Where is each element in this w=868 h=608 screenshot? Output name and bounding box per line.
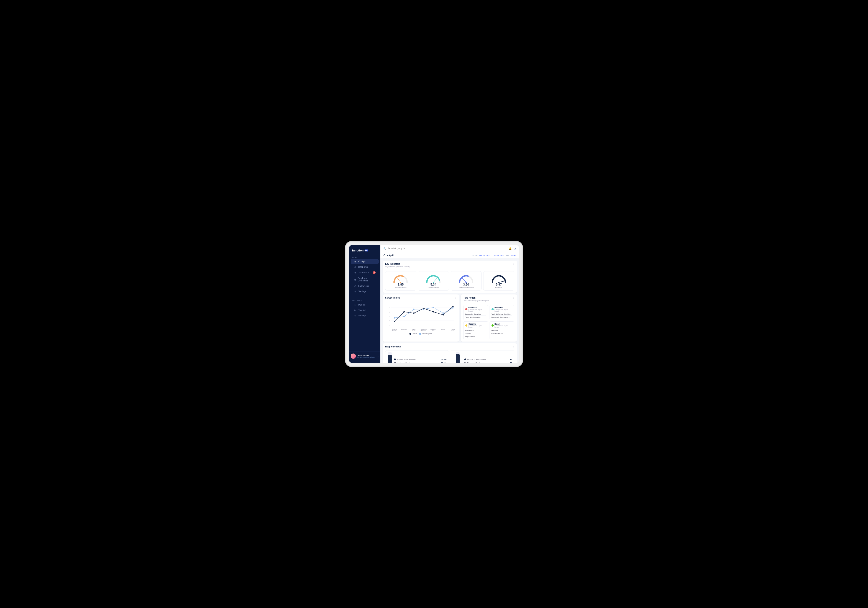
direct-response-details: Number of Respondents 11 Number of Emplo…: [464, 358, 512, 363]
intervene-labels: Intervene (Lower Score - Higher Impact): [468, 306, 486, 312]
gauge-more-job-satisfaction[interactable]: ···: [412, 273, 414, 275]
svg-text:Strategy: Strategy: [441, 328, 445, 330]
survey-topics-section: Survey Topics ℹ 7 6 5 4 3 2: [383, 294, 459, 342]
svg-point-40: [403, 316, 405, 317]
quadrant-observe: Observe (Lower Score - Higher Impact) Co…: [463, 321, 488, 339]
sidebar-label-follow-up: Follow - up: [358, 285, 369, 287]
follow-up-icon: ◷: [354, 285, 357, 287]
topbar: 🔍 🔔 ◑: [380, 245, 519, 252]
sidebar-label-manual: Manual: [358, 303, 366, 306]
svg-point-37: [442, 314, 444, 316]
sidebar-item-settings[interactable]: ⚙ Settings: [351, 289, 379, 294]
intervene-item-1: Team & Collaboration: [465, 316, 486, 319]
svg-text:zation: zation: [412, 330, 415, 331]
direct-respondents-label: Number of Respondents: [464, 359, 486, 361]
response-card-global: 80% Global Number of Respondents 17.500: [385, 350, 449, 363]
quadrant-reinforce: Reinforce (Lower Score - Higher Impact) …: [490, 305, 514, 320]
sidebar-item-manual[interactable]: ◌ Manual: [351, 302, 379, 307]
global-employees-text: Number of Employees: [397, 362, 414, 363]
intervene-dot: [465, 308, 467, 310]
gauge-job-recommendation: ··· 3.60 Job Recommendation: [451, 271, 482, 291]
sidebar-item-tutorial[interactable]: ▷ Tutorial: [351, 308, 379, 313]
svg-point-39: [394, 317, 395, 319]
observe-item-1: Strategy: [465, 332, 486, 335]
sidebar-item-follow-up[interactable]: ◷ Follow - up: [351, 284, 379, 289]
key-indicators-title-group: Key Indicators Key Indicators (My Direct…: [385, 263, 410, 269]
gauge-svg-job-motivation: [425, 273, 442, 284]
settings-feat-icon: ⚙: [354, 314, 357, 317]
search-input[interactable]: [388, 247, 507, 250]
quadrant-intervene: Intervene (Lower Score - Higher Impact) …: [463, 305, 488, 320]
key-indicators-info-icon[interactable]: ℹ: [513, 263, 514, 265]
logo-text: function: [352, 249, 364, 252]
quadrant-retain: Retain (Lower Score - Higher Impact) Div…: [490, 321, 514, 339]
retain-dot: [491, 324, 494, 327]
global-bar-outer: [388, 352, 392, 363]
retain-item-0: Diversity: [491, 329, 512, 332]
svg-text:Digitali-: Digitali-: [412, 328, 416, 330]
svg-text:Comp. &: Comp. &: [392, 328, 397, 330]
date-to: Jul 21, 2022: [494, 254, 504, 256]
notification-icon[interactable]: 🔔: [508, 247, 512, 250]
svg-text:Compliance: Compliance: [401, 328, 407, 330]
response-rate-cards: 80% Global Number of Respondents 17.500: [385, 350, 514, 363]
survey-topics-info-icon[interactable]: ℹ: [456, 297, 456, 299]
take-action-grid: Intervene (Lower Score - Higher Impact) …: [463, 305, 514, 339]
legend-global: Global: [409, 333, 417, 334]
take-action-title-group: Take Action Job Satisfaction (My Direct …: [463, 297, 489, 303]
svg-point-43: [433, 307, 434, 308]
sidebar-item-take-action[interactable]: ◈ Take Action 3: [351, 270, 379, 275]
response-rate-section: Response Rate ℹ 80% Global: [383, 343, 517, 363]
sidebar-logo: function HR: [349, 247, 380, 255]
key-indicators-subtitle: Key Indicators (My Direct Reports): [385, 266, 410, 268]
sidebar-item-cockpit[interactable]: ⊞ Cockpit: [351, 259, 379, 264]
sorting-label: Sorting:: [472, 254, 478, 256]
gauge-more-retention[interactable]: ···: [511, 273, 512, 275]
theme-icon[interactable]: ◑: [514, 247, 516, 250]
svg-point-41: [413, 309, 414, 310]
response-rate-info-icon[interactable]: ℹ: [513, 345, 514, 348]
response-rate-header: Response Rate ℹ: [385, 345, 514, 348]
retain-labels: Retain (Lower Score - Higher Impact): [494, 323, 512, 328]
sidebar-item-deep-dive[interactable]: ◎ Deep Dive: [351, 264, 379, 269]
user-name: Tom Pederson: [357, 355, 375, 356]
gauge-more-job-recommendation[interactable]: ···: [478, 273, 480, 275]
sidebar-label-employee-comments: Employee Comments: [358, 277, 376, 282]
gauge-svg-retention: [490, 273, 508, 284]
quadrant-intervene-header: Intervene (Lower Score - Higher Impact): [465, 306, 486, 312]
manual-icon: ◌: [354, 303, 357, 306]
sidebar-item-employee-comments[interactable]: ◉ Employee Comments: [351, 276, 379, 283]
direct-respondents-row: Number of Respondents 11: [464, 358, 512, 361]
svg-text:Collab.: Collab.: [451, 330, 455, 331]
svg-point-44: [442, 313, 444, 314]
sidebar-item-settings-feat[interactable]: ⚙ Settings: [351, 313, 379, 318]
survey-chart-area: 7 6 5 4 3 2: [385, 302, 456, 332]
filter-value: Global: [511, 254, 516, 256]
svg-text:Benefits: Benefits: [392, 330, 397, 331]
take-action-info-icon[interactable]: ℹ: [513, 297, 514, 299]
svg-point-38: [452, 306, 454, 307]
global-respondents-value: 17.500: [441, 359, 446, 361]
svg-text:Behaviors: Behaviors: [421, 330, 426, 331]
svg-text:2: 2: [389, 324, 389, 326]
gauge-svg-job-recommendation: [457, 273, 475, 284]
gauge-more-job-motivation[interactable]: ···: [445, 273, 447, 275]
user-menu-button[interactable]: ···: [377, 355, 379, 358]
svg-line-0: [397, 277, 401, 282]
retain-title: Retain: [494, 323, 512, 325]
key-indicators-header: Key Indicators Key Indicators (My Direct…: [385, 263, 514, 269]
direct-employees-label: Number of Employees: [464, 362, 484, 363]
observe-title: Observe: [468, 323, 486, 325]
sidebar: function HR MENU ⊞ Cockpit ◎ Deep Dive ◈…: [349, 245, 380, 363]
gauge-value-retention: 5.97: [496, 283, 502, 286]
direct-pct-bar: 85% Direct Reports: [453, 352, 463, 363]
direct-respondents-text: Number of Respondents: [467, 359, 486, 361]
legend-label-global: Global: [412, 333, 417, 334]
take-action-subtitle: Job Satisfaction (My Direct Reports): [463, 300, 489, 302]
gauge-row: ··· 3.85 Job Satisfaction: [385, 271, 514, 291]
retain-subtitle: (Lower Score - Higher Impact): [494, 325, 512, 328]
svg-text:5: 5: [389, 311, 389, 313]
date-arrow: →: [491, 254, 493, 256]
main-content: 🔍 🔔 ◑ Cockpit Sorting: Jun 21, 2022 → Ju…: [380, 245, 519, 363]
take-action-section: Take Action Job Satisfaction (My Direct …: [461, 294, 517, 342]
